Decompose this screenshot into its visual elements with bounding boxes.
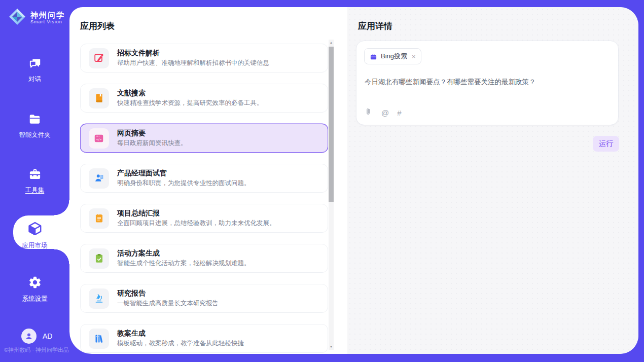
sidebar-item-smart-folder[interactable]: 智能文件夹	[0, 113, 69, 139]
app-list-panel: 应用列表 招标文件解析 帮助用户快速、准确地理解和解析招标书中的关键信息	[69, 7, 347, 354]
app-card-title: 教案生成	[117, 329, 244, 338]
scroll-down-arrow-icon[interactable]: ▼	[329, 344, 334, 350]
app-card-desc: 快速精准查找学术资源，提高研究效率的必备工具。	[117, 99, 263, 107]
app-card-research-report[interactable]: 研究报告 一键智能生成高质量长文本研究报告	[80, 284, 328, 313]
query-input[interactable]: 今日湖北有哪些新闻要点？有哪些需要关注的最新政策？	[365, 78, 610, 87]
brand-subtitle: Smart Vision	[30, 19, 65, 25]
app-card-title: 招标文件解析	[117, 49, 269, 57]
sidebar-item-settings[interactable]: 系统设置	[0, 275, 69, 303]
app-card-desc: 每日政府新闻资讯快查。	[117, 139, 187, 148]
tool-tag-label: Bing搜索	[381, 52, 407, 61]
sidebar-item-label: 系统设置	[22, 295, 48, 303]
brand-logo[interactable]: 神州问学 Smart Vision	[8, 8, 65, 28]
app-card-title: 产品经理面试官	[117, 169, 251, 177]
app-card-pm-interviewer[interactable]: 产品经理面试官 明确身份和职责，为您提供专业性的面试问题。	[80, 164, 328, 193]
app-card-lesson-plan[interactable]: 教案生成 模板驱动，教案秒成，教学准备从此轻松快捷	[80, 324, 328, 353]
app-card-title: 文献搜索	[117, 89, 263, 97]
clipboard-check-icon	[89, 248, 109, 269]
app-card-desc: 全面回顾项目进展，总结经验教训，助力未来优化发展。	[117, 219, 276, 228]
app-card-literature-search[interactable]: 文献搜索 快速精准查找学术资源，提高研究效率的必备工具。	[80, 84, 328, 113]
app-card-title: 研究报告	[117, 289, 219, 298]
app-card-bid-parse[interactable]: 招标文件解析 帮助用户快速、准确地理解和解析招标书中的关键信息	[80, 44, 328, 73]
tag-close-icon[interactable]: ×	[412, 53, 416, 60]
app-card-title: 活动方案生成	[117, 249, 251, 258]
sidebar-item-label: 工具集	[25, 186, 45, 195]
app-card-project-summary[interactable]: 项目总结汇报 全面回顾项目进展，总结经验教训，助力未来优化发展。	[80, 204, 328, 233]
user-account[interactable]: AD	[21, 329, 52, 344]
cube-icon	[27, 221, 43, 238]
diamond-logo-icon	[8, 8, 26, 28]
books-icon	[89, 329, 109, 349]
sidebar-item-label: 智能文件夹	[19, 131, 51, 139]
bubble-curve-bottom	[54, 249, 69, 264]
hash-icon[interactable]: #	[397, 108, 401, 117]
sidebar: 神州问学 Smart Vision 对话 智能文件夹 工具集	[0, 0, 69, 362]
app-card-desc: 智能生成个性化活动方案，轻松解决规划难题。	[117, 259, 251, 268]
sidebar-item-label: 应用市场	[22, 241, 48, 250]
app-card-event-plan[interactable]: 活动方案生成 智能生成个性化活动方案，轻松解决规划难题。	[80, 244, 328, 273]
chat-icon	[28, 57, 42, 72]
tool-tag-bing-search[interactable]: Bing搜索 ×	[364, 48, 421, 64]
book-icon	[89, 88, 109, 108]
sidebar-item-chat[interactable]: 对话	[0, 57, 69, 84]
app-card-desc: 帮助用户快速、准确地理解和解析招标书中的关键信息	[117, 59, 269, 67]
folder-icon	[28, 113, 42, 128]
person-icon	[24, 332, 33, 341]
bubble-curve-top	[54, 200, 69, 215]
app-list: 招标文件解析 帮助用户快速、准确地理解和解析招标书中的关键信息 文献搜索 快速精…	[80, 40, 328, 354]
app-card-desc: 模板驱动，教案秒成，教学准备从此轻松快捷	[117, 339, 244, 348]
app-detail-title: 应用详情	[358, 20, 392, 32]
report-note-icon	[89, 208, 109, 229]
app-card-desc: 明确身份和职责，为您提供专业性的面试问题。	[117, 179, 251, 188]
briefcase-icon	[370, 53, 377, 60]
paperclip-icon[interactable]	[365, 107, 373, 118]
attachment-toolbar: @ #	[365, 107, 402, 118]
copyright-footer: ©神州数码 · 神州问学出品	[4, 346, 70, 354]
run-button[interactable]: 运行	[593, 136, 619, 152]
scrollbar[interactable]: ▲ ▼	[329, 40, 334, 350]
brand-name: 神州问学	[30, 11, 65, 19]
app-card-desc: 一键智能生成高质量长文本研究报告	[117, 299, 219, 308]
user-initials: AD	[43, 332, 52, 340]
content-panel: 应用列表 招标文件解析 帮助用户快速、准确地理解和解析招标书中的关键信息	[69, 7, 638, 354]
toolbox-icon	[28, 167, 42, 183]
scroll-up-arrow-icon[interactable]: ▲	[329, 40, 334, 46]
sidebar-item-label: 对话	[28, 75, 41, 84]
app-card-webpage-summary[interactable]: </> 网页摘要 每日政府新闻资讯快查。	[80, 124, 328, 153]
app-card-title: 项目总结汇报	[117, 209, 276, 218]
sidebar-item-app-market[interactable]: 应用市场	[0, 221, 69, 250]
app-detail-panel: 应用详情 Bing搜索 × 今日湖北有哪些新闻要点？有哪些需要关注的最新政策？ …	[347, 7, 638, 354]
gear-icon	[28, 275, 42, 292]
avatar	[21, 329, 37, 344]
scrollbar-thumb[interactable]	[329, 47, 334, 202]
microscope-icon	[89, 288, 109, 309]
prompt-input-card[interactable]: Bing搜索 × 今日湖北有哪些新闻要点？有哪些需要关注的最新政策？ @ #	[356, 41, 619, 125]
app-card-title: 网页摘要	[117, 129, 187, 137]
app-list-title: 应用列表	[80, 20, 115, 32]
edit-document-icon	[89, 48, 109, 68]
at-sign-icon[interactable]: @	[381, 108, 389, 117]
interviewer-icon	[89, 168, 109, 189]
webpage-code-icon: </>	[89, 128, 109, 149]
svg-text:</>: </>	[96, 138, 102, 141]
sidebar-item-toolset[interactable]: 工具集	[0, 167, 69, 195]
